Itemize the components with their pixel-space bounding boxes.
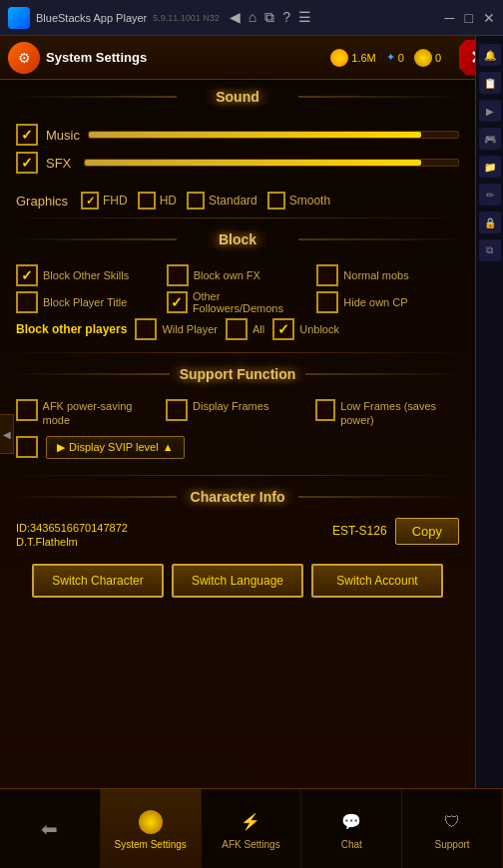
block-other-players-label: Block other players <box>16 322 127 336</box>
normal-mobs-cb[interactable] <box>316 264 338 286</box>
unblock-option[interactable]: Unblock <box>272 318 339 340</box>
switch-language-button[interactable]: Switch Language <box>172 564 303 598</box>
home-nav-icon[interactable]: ⌂ <box>249 9 256 26</box>
badge-icon <box>414 49 432 67</box>
left-arrow[interactable]: ◀ <box>0 414 14 454</box>
nav-support[interactable]: 🛡 Support <box>402 789 503 868</box>
badge-currency: 0 <box>414 49 441 67</box>
sidebar-icon-6[interactable]: ✏ <box>479 184 501 206</box>
block-own-fx[interactable]: Block own FX <box>167 264 309 286</box>
maximize-btn[interactable]: □ <box>465 10 473 26</box>
other-followers-cb[interactable] <box>167 291 188 313</box>
music-checkbox[interactable] <box>16 124 38 146</box>
standard-checkbox[interactable] <box>187 192 205 210</box>
hide-own-cp-cb[interactable] <box>316 291 338 313</box>
normal-mobs-label: Normal mobs <box>343 269 408 281</box>
fhd-checkbox[interactable] <box>81 192 99 210</box>
nav-system-settings[interactable]: System Settings <box>101 789 202 868</box>
afk-cb[interactable] <box>16 399 38 421</box>
wild-player-cb[interactable] <box>135 318 157 340</box>
block-own-fx-cb[interactable] <box>167 264 189 286</box>
all-option[interactable]: All <box>226 318 264 340</box>
all-cb[interactable] <box>226 318 248 340</box>
switch-character-button[interactable]: Switch Character <box>32 564 164 598</box>
display-frames-option[interactable]: Display Frames <box>166 399 309 428</box>
server-badge: EST-S126 <box>332 524 387 538</box>
normal-mobs[interactable]: Normal mobs <box>316 264 459 286</box>
nav-chat[interactable]: 💬 Chat <box>301 789 402 868</box>
svip-checkbox[interactable] <box>16 436 38 458</box>
sidebar-icon-7[interactable]: 🔒 <box>479 212 501 233</box>
hide-own-cp[interactable]: Hide own CP <box>316 290 459 314</box>
diamond-value: 0 <box>398 52 404 64</box>
char-identity: ID:3436516670147872 D.T.Flathelm <box>16 518 128 556</box>
smooth-option[interactable]: Smooth <box>267 192 330 210</box>
music-label: Music <box>46 128 80 143</box>
copy-button[interactable]: Copy <box>395 518 459 545</box>
hd-checkbox[interactable] <box>138 192 156 210</box>
low-frames-option[interactable]: Low Frames (saves power) <box>315 399 459 428</box>
block-other-skills[interactable]: Block Other Skills <box>16 264 159 286</box>
standard-option[interactable]: Standard <box>187 192 257 210</box>
standard-label: Standard <box>209 194 257 208</box>
nav-back[interactable]: ⬅ <box>0 789 101 868</box>
coin-value: 1.6M <box>351 52 375 64</box>
support-section-header: Support Function <box>0 357 475 391</box>
menu-nav-icon[interactable]: ☰ <box>298 9 311 26</box>
copy-nav-icon[interactable]: ⧉ <box>264 9 274 26</box>
other-followers-label: Other Followers/Demons <box>193 290 308 314</box>
hd-option[interactable]: HD <box>138 192 177 210</box>
afk-option[interactable]: AFK power-saving mode <box>16 399 160 428</box>
help-nav-icon[interactable]: ? <box>282 9 290 26</box>
low-frames-cb[interactable] <box>315 399 335 421</box>
divider-1 <box>0 217 475 218</box>
block-own-fx-label: Block own FX <box>194 269 260 281</box>
block-player-title-cb[interactable] <box>16 291 38 313</box>
all-label: All <box>252 323 264 335</box>
char-id: ID:3436516670147872 <box>16 522 128 534</box>
music-slider[interactable] <box>88 131 459 139</box>
block-other-skills-cb[interactable] <box>16 264 38 286</box>
sfx-slider[interactable] <box>84 159 459 167</box>
switch-account-button[interactable]: Switch Account <box>311 564 443 598</box>
divider-3 <box>0 475 475 476</box>
sidebar-icon-8[interactable]: ⧉ <box>479 239 501 261</box>
svip-button[interactable]: ▶ Display SVIP level ▲ <box>46 436 185 459</box>
block-player-title[interactable]: Block Player Title <box>16 290 159 314</box>
sfx-fill <box>85 160 421 166</box>
sidebar-icon-5[interactable]: 📁 <box>479 156 501 178</box>
wild-player-option[interactable]: Wild Player <box>135 318 218 340</box>
nav-afk-label: AFK Settings <box>222 839 279 850</box>
nav-system-settings-label: System Settings <box>115 839 187 850</box>
other-followers[interactable]: Other Followers/Demons <box>167 290 309 314</box>
chat-icon: 💬 <box>337 808 365 836</box>
hd-label: HD <box>160 194 177 208</box>
badge-value: 0 <box>435 52 441 64</box>
display-frames-cb[interactable] <box>166 399 188 421</box>
nav-afk-settings[interactable]: ⚡ AFK Settings <box>202 789 302 868</box>
smooth-checkbox[interactable] <box>267 192 285 210</box>
app-title: BlueStacks App Player <box>36 12 147 24</box>
sidebar-icon-1[interactable]: 🔔 <box>479 44 501 66</box>
sound-section: Music SFX <box>0 114 475 188</box>
sidebar-icon-4[interactable]: 🎮 <box>479 128 501 150</box>
sound-label: Sound <box>206 89 269 105</box>
sidebar-icon-2[interactable]: 📋 <box>479 72 501 94</box>
close-btn[interactable]: ✕ <box>483 10 495 26</box>
top-bar: BlueStacks App Player 5.9.11.1001 N32 ◀ … <box>0 0 503 36</box>
back-nav-icon[interactable]: ◀ <box>230 9 241 26</box>
wild-player-label: Wild Player <box>162 323 218 335</box>
unblock-cb[interactable] <box>272 318 294 340</box>
sfx-checkbox[interactable] <box>16 152 38 174</box>
afk-label: AFK power-saving mode <box>43 399 160 428</box>
right-sidebar: 🔔 📋 ▶ 🎮 📁 ✏ 🔒 ⧉ <box>475 36 503 824</box>
fhd-option[interactable]: FHD <box>81 192 128 210</box>
nav-support-label: Support <box>435 839 470 850</box>
sidebar-icon-3[interactable]: ▶ <box>479 100 501 122</box>
sound-section-header: Sound <box>0 80 475 114</box>
divider-2 <box>0 352 475 353</box>
support-section: AFK power-saving mode Display Frames Low… <box>0 391 475 471</box>
minimize-btn[interactable]: ─ <box>445 10 455 26</box>
music-row: Music <box>16 124 459 146</box>
server-copy-row: EST-S126 Copy <box>332 518 459 545</box>
